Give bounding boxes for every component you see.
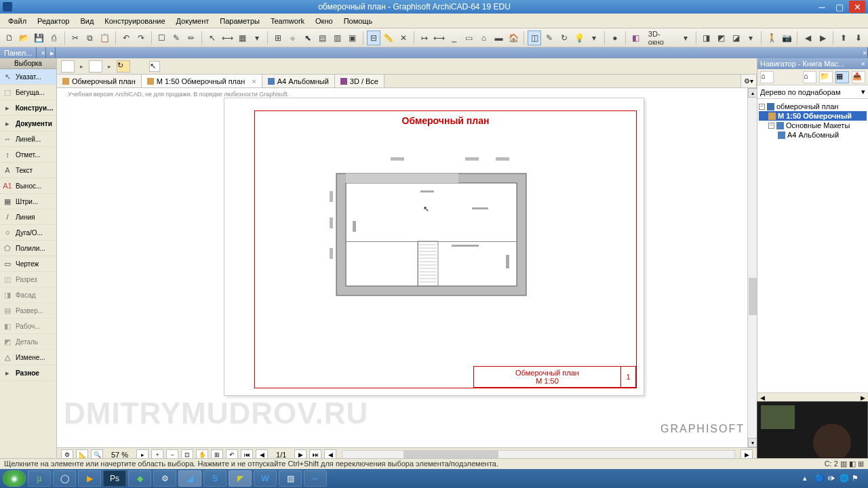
section-icon[interactable]: ◨: [699, 30, 713, 45]
tool-level[interactable]: ↕Отмет...: [0, 147, 56, 163]
x-icon[interactable]: ✕: [397, 30, 410, 45]
copy-icon[interactable]: ⧉: [83, 30, 97, 45]
tool-dimension[interactable]: ↔Линей...: [0, 131, 56, 147]
tray-icon[interactable]: 🕪: [827, 474, 837, 483]
group-design[interactable]: ▸ Конструиро: [0, 100, 56, 116]
pen-icon[interactable]: ✏: [184, 30, 198, 45]
scroll-up-icon[interactable]: ▴: [748, 88, 757, 98]
level-icon[interactable]: ▦: [235, 30, 249, 45]
arrow-tool-icon[interactable]: ↖: [149, 61, 160, 72]
info-btn-2[interactable]: [89, 60, 102, 73]
tool-change[interactable]: △Измене...: [0, 350, 56, 365]
cursor-icon[interactable]: ⬉: [301, 30, 315, 45]
vertical-scrollbar[interactable]: ▴ ▾: [747, 88, 757, 447]
drop-icon[interactable]: ▾: [250, 30, 264, 45]
tab-options-icon[interactable]: ⚙▾: [741, 75, 757, 87]
task-skype[interactable]: S: [203, 470, 226, 487]
nav-view-icon[interactable]: 📁: [819, 71, 833, 83]
menu-view[interactable]: Вид: [75, 15, 99, 27]
suspend-icon[interactable]: ⊟: [367, 30, 380, 45]
dim2-icon[interactable]: ⟷: [433, 30, 446, 45]
tab-layout-1[interactable]: Обмерочный план: [57, 75, 142, 87]
cube-icon[interactable]: ◧: [629, 30, 643, 45]
collapse-icon[interactable]: −: [768, 123, 774, 129]
menu-edit[interactable]: Редактор: [32, 15, 75, 27]
nav-back-icon[interactable]: ◀: [801, 30, 814, 45]
info-btn-3[interactable]: ↻: [117, 60, 130, 73]
task-app3[interactable]: ◤: [229, 470, 252, 487]
elevation-icon[interactable]: ◩: [714, 30, 728, 45]
menu-options[interactable]: Параметры: [214, 15, 265, 27]
task-word[interactable]: W: [254, 470, 277, 487]
tool-marquee[interactable]: ⬚ Бегуща...: [0, 85, 56, 100]
arrow-icon[interactable]: ↖: [205, 30, 219, 45]
tool-section[interactable]: ◫Разрез: [0, 272, 56, 287]
nav-fwd-icon[interactable]: ▶: [816, 30, 829, 45]
tray-icon[interactable]: 🌐: [840, 474, 849, 483]
tray-icon[interactable]: ⚑: [852, 474, 861, 483]
paste-icon[interactable]: 📋: [98, 30, 112, 45]
menu-file[interactable]: Файл: [3, 15, 32, 27]
tray-icon[interactable]: ▴: [803, 474, 812, 483]
tool-arc[interactable]: ○Дуга/О...: [0, 225, 56, 241]
tree-item-master-a4[interactable]: А4 Альбомный: [759, 130, 867, 140]
menu-window[interactable]: Окно: [310, 15, 338, 27]
wall-icon[interactable]: ▭: [462, 30, 475, 45]
tool-detail[interactable]: ◩Деталь: [0, 334, 56, 350]
tool-elevation[interactable]: ◨Фасад: [0, 287, 56, 303]
roof-icon[interactable]: ⌂: [477, 30, 490, 45]
task-photoshop[interactable]: Ps: [103, 470, 126, 487]
tool-drawing[interactable]: ▭Чертеж: [0, 256, 56, 272]
tool-line[interactable]: /Линия: [0, 209, 56, 225]
tool-pointer[interactable]: ↖ Указат...: [0, 69, 56, 85]
detail-icon[interactable]: ◪: [729, 30, 743, 45]
menu-teamwork[interactable]: Teamwork: [265, 15, 310, 27]
tray-icon[interactable]: 🔵: [815, 474, 825, 483]
drop2-icon[interactable]: ▾: [587, 30, 601, 45]
task-app1[interactable]: ◆: [128, 470, 151, 487]
undo-icon[interactable]: ↶: [119, 30, 133, 45]
drop4-icon[interactable]: ▾: [744, 30, 757, 45]
task-media[interactable]: ▶: [78, 470, 101, 487]
grid-icon[interactable]: ⊞: [271, 30, 285, 45]
group-document[interactable]: ▸ Документи: [0, 116, 56, 131]
drawing-canvas[interactable]: Учебная версия ArchiCAD, не для продажи.…: [57, 88, 757, 447]
refresh-icon[interactable]: ↻: [557, 30, 571, 45]
task-utorrent[interactable]: µ: [28, 470, 51, 487]
save-icon[interactable]: 💾: [33, 30, 46, 45]
panel-pin-icon[interactable]: ▸: [46, 47, 56, 58]
nav-layout-icon[interactable]: ▦: [835, 71, 849, 83]
panel-right-close-icon[interactable]: ×: [859, 47, 868, 58]
info-btn-1[interactable]: [61, 60, 75, 73]
select-icon[interactable]: ☐: [155, 30, 168, 45]
drop3-icon[interactable]: ▾: [679, 30, 692, 45]
measure-icon[interactable]: ↦: [418, 30, 431, 45]
tab-3d[interactable]: 3D / Все: [335, 75, 384, 87]
dim-icon[interactable]: ⟷: [220, 30, 234, 45]
tree-item-masters[interactable]: − Основные Макеты: [759, 121, 867, 130]
redo-icon[interactable]: ↷: [134, 30, 148, 45]
tool-worksheet[interactable]: ◧Рабоч...: [0, 319, 56, 334]
navigator-subset-selector[interactable]: Дерево по поднаборам▾: [757, 85, 868, 99]
trace-icon[interactable]: ◫: [528, 30, 541, 45]
panel-close-icon[interactable]: ×: [37, 47, 46, 58]
group-icon[interactable]: ▣: [346, 30, 359, 45]
maximize-button[interactable]: ▢: [831, 1, 848, 13]
task-app4[interactable]: ▧: [279, 470, 302, 487]
ruler-icon[interactable]: 📏: [382, 30, 395, 45]
close-button[interactable]: ✕: [849, 1, 865, 13]
slab-icon[interactable]: ▬: [492, 30, 505, 45]
tool-label[interactable]: A1Вынос...: [0, 178, 56, 194]
tab-layout-3[interactable]: А4 Альбомный: [262, 75, 335, 87]
task-app2[interactable]: ⚙: [153, 470, 176, 487]
hscroll-thumb[interactable]: [403, 451, 498, 459]
home-icon[interactable]: 🏠: [507, 30, 520, 45]
menu-document[interactable]: Документ: [171, 15, 215, 27]
person-icon[interactable]: 🚶: [765, 30, 778, 45]
nav-project-icon[interactable]: ⌂: [760, 71, 774, 83]
tool-interior[interactable]: ▤Развер...: [0, 303, 56, 319]
tool-text[interactable]: AТекст: [0, 163, 56, 178]
cut-icon[interactable]: ✂: [68, 30, 82, 45]
tree-root[interactable]: − обмерочный план: [759, 102, 867, 111]
scroll-down-icon[interactable]: ▾: [748, 438, 757, 447]
